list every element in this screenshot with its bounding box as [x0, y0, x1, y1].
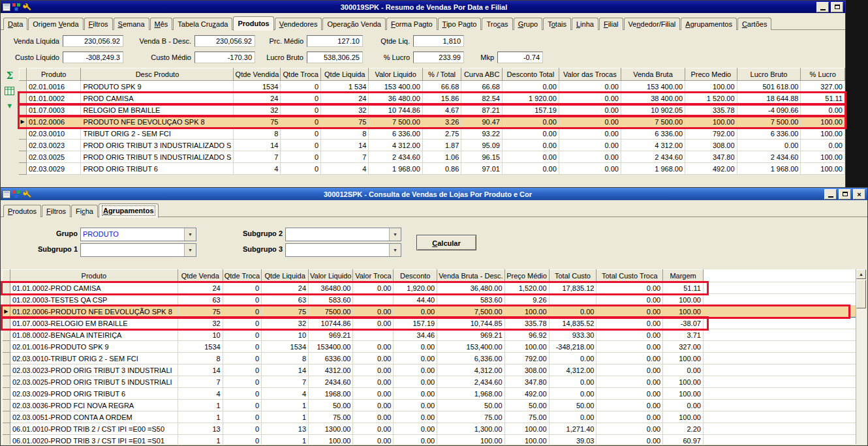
- cell[interactable]: 2434.60: [309, 376, 353, 388]
- cell[interactable]: 1968.00: [309, 388, 353, 400]
- cell[interactable]: 02.01.0016: [26, 81, 81, 93]
- cell[interactable]: 100.00: [504, 423, 549, 435]
- cell[interactable]: RELOGIO EM BRAILLE: [81, 104, 234, 116]
- cell[interactable]: 7: [262, 376, 309, 388]
- cell[interactable]: 8: [321, 128, 369, 140]
- cell[interactable]: 0.00: [737, 140, 801, 151]
- cell[interactable]: 0.00: [353, 282, 394, 294]
- tab-filial[interactable]: Filial: [599, 18, 623, 30]
- cell[interactable]: [353, 294, 394, 306]
- cell[interactable]: 1534: [234, 81, 281, 93]
- cell[interactable]: 38 400.00: [621, 93, 685, 104]
- cell[interactable]: 0.00: [394, 411, 437, 423]
- cell[interactable]: 0: [281, 104, 321, 116]
- cell[interactable]: 0.00: [353, 341, 394, 353]
- cell[interactable]: 100.00: [663, 388, 704, 400]
- cell[interactable]: 02.01.0016-PRODUTO SPK 9: [10, 341, 178, 353]
- cell[interactable]: 50.00: [309, 400, 353, 411]
- cell[interactable]: 0.00: [559, 151, 621, 163]
- cell[interactable]: 1: [262, 400, 309, 411]
- cell[interactable]: 8: [178, 353, 223, 364]
- cell[interactable]: 308.00: [685, 140, 737, 151]
- cell[interactable]: 1 520.00: [685, 93, 737, 104]
- cell[interactable]: 0.00: [597, 376, 663, 388]
- cell[interactable]: 0.00: [663, 364, 704, 376]
- cell[interactable]: 02.03.0029: [26, 163, 81, 175]
- cell[interactable]: 335.78: [685, 104, 737, 116]
- cell[interactable]: 335.78: [504, 318, 549, 329]
- cell[interactable]: 75.00: [309, 411, 353, 423]
- cell[interactable]: 100.00: [663, 411, 704, 423]
- cell[interactable]: 0: [281, 163, 321, 175]
- cell[interactable]: 7 500.00: [369, 116, 422, 128]
- cell[interactable]: 0: [223, 341, 261, 353]
- cell[interactable]: 0.00: [597, 435, 663, 445]
- cell[interactable]: 0.00: [559, 93, 621, 104]
- cell[interactable]: 0: [281, 81, 321, 93]
- titlebar[interactable]: 300019SPK - Resumo de Vendas Por Data e …: [1, 1, 845, 13]
- cell[interactable]: 0: [223, 306, 261, 318]
- cell[interactable]: 02.03.0025-PROD ORIG TRIBUT 5 INDUSTRIAL…: [10, 376, 178, 388]
- cell[interactable]: 01.07.0003: [26, 104, 81, 116]
- column-header-valor-das-trocas[interactable]: Valor das Trocas: [559, 68, 621, 81]
- cell[interactable]: 347.80: [504, 376, 549, 388]
- cell[interactable]: 0.00: [597, 329, 663, 341]
- cell[interactable]: 792.00: [504, 353, 549, 364]
- scroll-thumb[interactable]: [856, 280, 866, 308]
- cell[interactable]: 2 434.60: [737, 151, 801, 163]
- tab-m-s[interactable]: Mês: [150, 18, 173, 30]
- cell[interactable]: 153 400.00: [369, 81, 422, 93]
- tab-agrupamentos[interactable]: Agrupamentos: [99, 203, 159, 218]
- cell[interactable]: 14: [321, 140, 369, 151]
- cell[interactable]: 82.54: [461, 93, 503, 104]
- row-selector[interactable]: [3, 423, 10, 435]
- cell[interactable]: 32: [234, 104, 281, 116]
- cell[interactable]: 0.00: [502, 81, 559, 93]
- cell[interactable]: 0.00: [353, 376, 394, 388]
- cell[interactable]: 75: [178, 306, 223, 318]
- cell[interactable]: 1 968.00: [737, 163, 801, 175]
- cell[interactable]: 0.00: [502, 116, 559, 128]
- cell[interactable]: 0.00: [559, 116, 621, 128]
- cell[interactable]: 97.01: [461, 163, 503, 175]
- cell[interactable]: 4,312.00: [549, 364, 597, 376]
- cell[interactable]: 75: [262, 306, 309, 318]
- cell[interactable]: 0.86: [422, 163, 461, 175]
- cell[interactable]: 0.00: [597, 411, 663, 423]
- column-header-desconto[interactable]: Desconto: [394, 270, 437, 282]
- cell[interactable]: 4.67: [422, 104, 461, 116]
- cell[interactable]: 63: [178, 294, 223, 306]
- cell[interactable]: 0.00: [597, 400, 663, 411]
- row-selector[interactable]: [3, 318, 10, 329]
- cell[interactable]: -4 090.66: [737, 104, 801, 116]
- cell[interactable]: 96.15: [461, 151, 503, 163]
- cell[interactable]: 0: [223, 423, 261, 435]
- cell[interactable]: 0.00: [353, 306, 394, 318]
- row-selector[interactable]: [19, 163, 26, 175]
- tab-filtros[interactable]: Filtros: [84, 18, 113, 30]
- cell[interactable]: 90.47: [461, 116, 503, 128]
- cell[interactable]: 10 902.05: [621, 104, 685, 116]
- cell[interactable]: 0.00: [394, 435, 437, 445]
- cell[interactable]: 0.00: [394, 388, 437, 400]
- column-header-curva-abc[interactable]: Curva ABC: [461, 68, 503, 81]
- cell[interactable]: 0.00: [559, 128, 621, 140]
- cell[interactable]: 1,520.00: [504, 282, 549, 294]
- minimize-button[interactable]: [816, 2, 829, 12]
- cell[interactable]: 0.00: [597, 306, 663, 318]
- cell[interactable]: 7500.00: [309, 306, 353, 318]
- cell[interactable]: 157.19: [502, 104, 559, 116]
- cell[interactable]: 6 336.00: [621, 128, 685, 140]
- cell[interactable]: 100.00: [801, 163, 845, 175]
- column-header-qtde-liquida[interactable]: Qtde Liquida: [321, 68, 369, 81]
- maximize-button[interactable]: [839, 189, 851, 200]
- tab-produtos[interactable]: Produtos: [233, 16, 273, 31]
- cell[interactable]: 7 500.00: [621, 116, 685, 128]
- cell[interactable]: 327.00: [663, 341, 704, 353]
- cell[interactable]: 0.00: [394, 364, 437, 376]
- cell[interactable]: 0.00: [549, 353, 597, 364]
- cell[interactable]: 0.00: [801, 140, 845, 151]
- cell[interactable]: 14,835.52: [549, 318, 597, 329]
- cell[interactable]: 32: [321, 104, 369, 116]
- cell[interactable]: 6336.00: [309, 353, 353, 364]
